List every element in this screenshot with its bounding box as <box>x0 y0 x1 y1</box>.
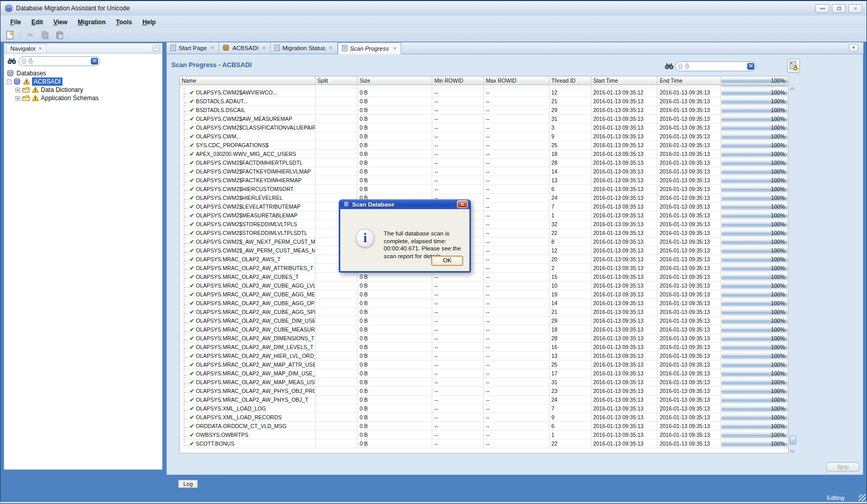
table-row[interactable]: ✔OLAPSYS.MRAC_OLAP2_AW_CUBES_T0 B----152… <box>180 273 788 281</box>
table-row[interactable]: ✔OLAPSYS.CWM2$FACTDIMHIERTPLSDTL0 B----2… <box>180 159 788 167</box>
column-header-max-rowid[interactable]: Max ROWID <box>484 76 549 85</box>
scrollbar-thumb[interactable] <box>790 435 796 445</box>
column-header-thread-id[interactable]: Thread ID <box>549 76 591 85</box>
table-row[interactable]: ✔OLAPSYS.MRAC_OLAP2_AW_PHYS_OBJ_T0 B----… <box>180 396 788 404</box>
column-header-size[interactable]: Size <box>357 76 432 85</box>
navigator-search-clear-icon[interactable]: ✕ <box>91 58 98 65</box>
navigator-close-icon[interactable]: ✕ <box>38 46 42 51</box>
table-row[interactable]: ✔OLAPSYS.MRAC_OLAP2_AW_DIMENSIONS_T0 B--… <box>180 334 788 343</box>
table-row[interactable]: ✔OLAPSYS.CWM2$CLASSIFICATIONVALUEPAIR0 B… <box>180 123 788 132</box>
stop-button[interactable]: Stop <box>826 462 859 471</box>
table-row[interactable]: ✔SYS.CDC_PROPAGATIONS$0 B----252016-01-1… <box>180 141 788 150</box>
expand-icon[interactable]: + <box>15 96 20 101</box>
menu-help[interactable]: Help <box>138 17 161 27</box>
table-row[interactable]: ✔OLAPSYS.CWM2$_AW_NEXT_PERM_CUST_MEAS0 B… <box>180 238 788 246</box>
tree-item-database[interactable]: - ACBSADI <box>7 77 162 86</box>
table-row[interactable]: ✔OLAPSYS.CWM2$FACTKEYDIMHIERLVLMAP0 B---… <box>180 167 788 176</box>
find-previous-icon[interactable] <box>677 63 683 70</box>
navigator-tab[interactable]: Navigator ✕ <box>6 44 46 53</box>
table-find-button[interactable] <box>665 63 674 70</box>
tab-close-icon[interactable]: ✕ <box>210 45 214 51</box>
binoculars-icon[interactable] <box>7 58 17 65</box>
close-button[interactable]: ✕ <box>848 4 862 13</box>
scan-report-button[interactable] <box>787 59 800 73</box>
collapse-icon[interactable]: - <box>7 80 11 84</box>
column-header-split[interactable]: Split <box>316 76 358 85</box>
tree-item-data-dictionary[interactable]: + Data Dictionary <box>15 86 162 94</box>
table-row[interactable]: ✔OLAPSYS.CWM2$HIERCUSTOMSORT0 B----62016… <box>180 185 788 194</box>
table-row[interactable]: ✔OLAPSYS.MRAC_OLAP2_AW_CUBE_DIM_USES_T0 … <box>180 317 788 325</box>
table-row[interactable]: ✔OLAPSYS.CWM2$HIERLEVELREL0 B----242016-… <box>180 194 788 202</box>
table-row[interactable]: ✔OLAPSYS.MRAC_OLAP2_AW_DIM_LEVELS_T0 B--… <box>180 343 788 352</box>
dialog-close-button[interactable]: ✕ <box>457 200 468 208</box>
column-header-progress[interactable]: 100% <box>721 76 788 85</box>
minimize-button[interactable] <box>815 4 829 13</box>
column-header-end-time[interactable]: End Time <box>657 76 721 85</box>
tab-close-icon[interactable]: ✕ <box>329 45 333 51</box>
table-row[interactable]: ✔OLAPSYS.MRAC_OLAP2_AW_CUBE_MEASURES_T0 … <box>180 325 788 334</box>
table-row[interactable]: ✔OLAPSYS.CWM2$AWVIEWCO...0 B----122016-0… <box>180 88 788 97</box>
table-row[interactable]: ✔OLAPSYS.CWM2$LEVELATTRIBUTEMAP0 B----72… <box>180 202 788 211</box>
tab-acbsadi[interactable]: ACBSADI ✕ <box>219 42 271 54</box>
menu-edit[interactable]: Edit <box>27 17 48 27</box>
table-row[interactable]: ✔OLAPSYS.XML_LOAD_RECORDS0 B----92016-01… <box>180 413 788 422</box>
column-header-start-time[interactable]: Start Time <box>591 76 658 85</box>
table-row[interactable]: ✔OLAPSYS.MRAC_OLAP2_AW_CUBE_AGG_SPECS_T0… <box>180 308 788 317</box>
scroll-up-icon[interactable] <box>791 86 795 90</box>
resize-grip-icon[interactable] <box>859 494 866 501</box>
menu-tools[interactable]: Tools <box>112 17 137 27</box>
tab-migration-status[interactable]: Migration Status ✕ <box>271 42 338 54</box>
table-row[interactable]: ✔ORDDATA.ORDDCM_CT_VLD_MSG0 B----62016-0… <box>180 422 788 431</box>
table-row[interactable]: ✔APEX_030200.WWV_MIG_ACC_USERS0 B----182… <box>180 150 788 159</box>
table-search-clear-icon[interactable]: ✕ <box>747 63 754 70</box>
column-header-min-rowid[interactable]: Min ROWID <box>432 76 484 85</box>
tab-close-icon[interactable]: ✕ <box>262 45 266 51</box>
table-row[interactable]: ✔OLAPSYS.CWM2$STOREDDIMLVLTPLS0 B----322… <box>180 220 788 229</box>
restore-button[interactable] <box>832 4 846 13</box>
table-row[interactable]: ✔OLAPSYS.MRAC_OLAP2_AW_HIER_LVL_ORD_T0 B… <box>180 352 788 360</box>
tree-item-application-schemas[interactable]: + Application Schemas <box>15 94 162 102</box>
tab-scan-progress[interactable]: Scan Progress ✕ <box>338 42 401 54</box>
ok-button[interactable]: OK <box>431 256 463 266</box>
table-row[interactable]: ✔OLAPSYS.MRAC_OLAP2_AW_CUBE_AGG_MEAS_T0 … <box>180 290 788 299</box>
menu-file[interactable]: File <box>6 17 26 27</box>
table-row[interactable]: ✔BSDTADLS.ADAUT...0 B----212016-01-13 09… <box>180 97 788 106</box>
table-search-input[interactable] <box>691 62 746 70</box>
table-row[interactable]: ✔OLAPSYS.CWM2$AW_MEASUREMAP0 B----312016… <box>180 115 788 123</box>
vertical-scrollbar[interactable] <box>789 85 797 453</box>
find-next-icon[interactable] <box>28 58 34 65</box>
table-row[interactable]: ✔BSDTADLS.DSCAIL0 B----292016-01-13 09:3… <box>180 106 788 115</box>
table-row[interactable]: ✔OLAPSYS.CWM...0 B----92016-01-13 09:35:… <box>180 132 788 141</box>
table-row[interactable]: ✔OLAPSYS.CWM2$STOREDDIMLVLTPLSDTL0 B----… <box>180 229 788 238</box>
new-file-button[interactable] <box>5 29 16 40</box>
menu-migration[interactable]: Migration <box>73 17 111 27</box>
expand-icon[interactable]: + <box>15 88 20 92</box>
navigator-minimize-button[interactable]: − <box>153 45 160 52</box>
tab-list-dropdown-button[interactable]: ▼ <box>849 44 858 52</box>
log-tab[interactable]: Log <box>178 480 198 488</box>
table-row[interactable]: ✔OLAPSYS.MRAC_OLAP2_AW_CUBE_AGG_OP_T0 B-… <box>180 299 788 308</box>
copy-button[interactable] <box>39 29 51 40</box>
table-row[interactable]: ✔OLAPSYS.MRAC_OLAP2_AW_MAP_MEAS_USE_T0 B… <box>180 378 788 387</box>
dialog-title-bar[interactable]: Scan Database ✕ <box>340 199 469 209</box>
tree-item-databases[interactable]: Databases <box>7 69 162 77</box>
menu-view[interactable]: View <box>49 17 72 27</box>
scroll-down-icon[interactable] <box>791 448 795 452</box>
table-row[interactable]: ✔OLAPSYS.CWM2$FACTKEYDIMHIERMAP0 B----13… <box>180 176 788 185</box>
paste-button[interactable] <box>54 29 65 40</box>
table-row[interactable]: ✔OWBSYS.OWBRTPS0 B----12016-01-13 09:35:… <box>180 431 788 439</box>
table-row[interactable]: ✔SCOTT.BONUS0 B----222016-01-13 09:35:13… <box>180 439 788 448</box>
table-row[interactable]: ✔OLAPSYS.CWM2$MEASURETABLEMAP0 B----1201… <box>180 211 788 220</box>
table-row[interactable]: ✔OLAPSYS.MRAC_OLAP2_AW_CUBE_AGG_LVL_T0 B… <box>180 281 788 290</box>
find-previous-icon[interactable] <box>21 58 27 65</box>
find-next-icon[interactable] <box>684 63 690 70</box>
table-row[interactable]: ✔OLAPSYS.MRAC_OLAP2_AW_MAP_ATTR_USE_T0 B… <box>180 360 788 369</box>
tab-start-page[interactable]: Start Page ✕ <box>166 42 219 54</box>
cut-button[interactable]: ✂ <box>25 29 36 40</box>
column-header-name[interactable]: Name <box>180 76 316 85</box>
table-row[interactable]: ✔OLAPSYS.MRAC_OLAP2_AW_MAP_DIM_USE_T0 B-… <box>180 369 788 378</box>
tab-close-icon[interactable]: ✕ <box>392 46 397 51</box>
table-row[interactable]: ✔OLAPSYS.MRAC_OLAP2_AWS_T0 B----202016-0… <box>180 255 788 264</box>
table-row[interactable]: ✔OLAPSYS.XML_LOAD_LOG0 B----72016-01-13 … <box>180 404 788 413</box>
table-row[interactable]: ✔OLAPSYS.MRAC_OLAP2_AW_PHYS_OBJ_PROP_T0 … <box>180 387 788 396</box>
